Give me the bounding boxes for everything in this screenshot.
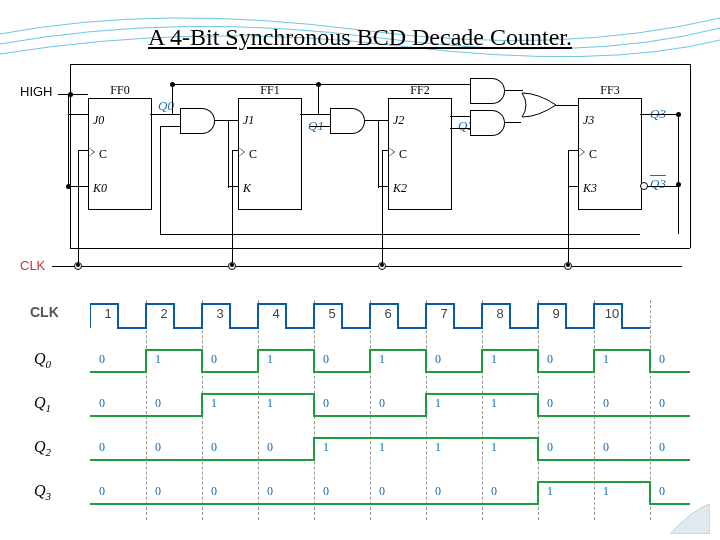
and-gate-2 — [330, 108, 364, 132]
bit-value: 0 — [260, 484, 280, 499]
bit-value: 1 — [148, 352, 168, 367]
bit-value: 0 — [204, 484, 224, 499]
bit-value: 1 — [260, 352, 280, 367]
bit-value: 1 — [260, 396, 280, 411]
clk-row: CLK 12345678910 — [34, 296, 686, 336]
clk-cycle-number: 8 — [490, 306, 510, 321]
clk-cycle-number: 4 — [266, 306, 286, 321]
bit-value: 1 — [428, 396, 448, 411]
bit-value: 0 — [316, 484, 336, 499]
flipflop-0: FF0 J0 C K0 — [88, 98, 152, 210]
bit-value: 1 — [428, 440, 448, 455]
bit-value: 0 — [316, 396, 336, 411]
bit-value: 0 — [148, 440, 168, 455]
bit-value: 0 — [92, 396, 112, 411]
circuit-schematic: HIGH CLK FF0 J0 C K0 Q0 FF1 J1 C K Q1 — [20, 62, 700, 282]
bit-value: 0 — [260, 440, 280, 455]
bit-value: 0 — [92, 352, 112, 367]
page-title: A 4-Bit Synchronous BCD Decade Counter. — [0, 24, 720, 51]
bit-value: 1 — [372, 440, 392, 455]
bit-value: 1 — [596, 352, 616, 367]
q3bar-label: Q3 — [650, 176, 666, 192]
timing-row-q1: Q100110011000 — [34, 384, 686, 424]
row-label: Q1 — [34, 394, 51, 414]
and-gate-4 — [470, 110, 504, 134]
bit-value: 0 — [484, 484, 504, 499]
bit-value: 0 — [540, 352, 560, 367]
and-gate-3 — [470, 78, 504, 102]
clk-cycle-number: 5 — [322, 306, 342, 321]
flipflop-3: FF3 J3 C K3 — [578, 98, 642, 210]
flipflop-1: FF1 J1 C K — [238, 98, 302, 210]
bit-value: 1 — [596, 484, 616, 499]
bit-value: 0 — [372, 484, 392, 499]
row-label: Q3 — [34, 482, 51, 502]
bit-value: 0 — [652, 396, 672, 411]
row-label: Q2 — [34, 438, 51, 458]
row-label: Q0 — [34, 350, 51, 370]
clk-cycle-number: 1 — [98, 306, 118, 321]
bit-value: 0 — [204, 440, 224, 455]
bit-value: 0 — [540, 396, 560, 411]
high-label: HIGH — [20, 84, 53, 99]
bit-value: 1 — [316, 440, 336, 455]
bit-value: 1 — [204, 396, 224, 411]
timing-row-q3: Q300000000110 — [34, 472, 686, 512]
bit-value: 0 — [92, 484, 112, 499]
flipflop-2: FF2 J2 C K2 — [388, 98, 452, 210]
timing-row-q0: Q001010101010 — [34, 340, 686, 380]
bit-value: 0 — [148, 396, 168, 411]
timing-row-q2: Q200001111000 — [34, 428, 686, 468]
and-gate-1 — [180, 108, 214, 132]
bit-value: 0 — [316, 352, 336, 367]
bit-value: 0 — [428, 484, 448, 499]
bit-value: 1 — [540, 484, 560, 499]
clk-label: CLK — [20, 258, 45, 273]
bit-value: 0 — [428, 352, 448, 367]
clk-cycle-number: 3 — [210, 306, 230, 321]
bit-value: 0 — [596, 440, 616, 455]
bit-value: 1 — [484, 352, 504, 367]
bit-value: 1 — [484, 396, 504, 411]
bit-value: 0 — [652, 440, 672, 455]
bit-value: 0 — [372, 396, 392, 411]
bit-value: 0 — [652, 352, 672, 367]
bit-value: 1 — [484, 440, 504, 455]
timing-diagram: CLK 12345678910 Q001010101010Q1001100110… — [34, 296, 686, 526]
bit-value: 0 — [204, 352, 224, 367]
bit-value: 1 — [372, 352, 392, 367]
bit-value: 0 — [92, 440, 112, 455]
bit-value: 0 — [652, 484, 672, 499]
clk-cycle-number: 10 — [602, 306, 622, 321]
bit-value: 0 — [148, 484, 168, 499]
clk-cycle-number: 6 — [378, 306, 398, 321]
bit-value: 0 — [540, 440, 560, 455]
corner-fold-icon — [670, 504, 710, 534]
bit-value: 0 — [596, 396, 616, 411]
clk-cycle-number: 2 — [154, 306, 174, 321]
clk-cycle-number: 9 — [546, 306, 566, 321]
or-gate — [520, 92, 558, 118]
clk-cycle-number: 7 — [434, 306, 454, 321]
